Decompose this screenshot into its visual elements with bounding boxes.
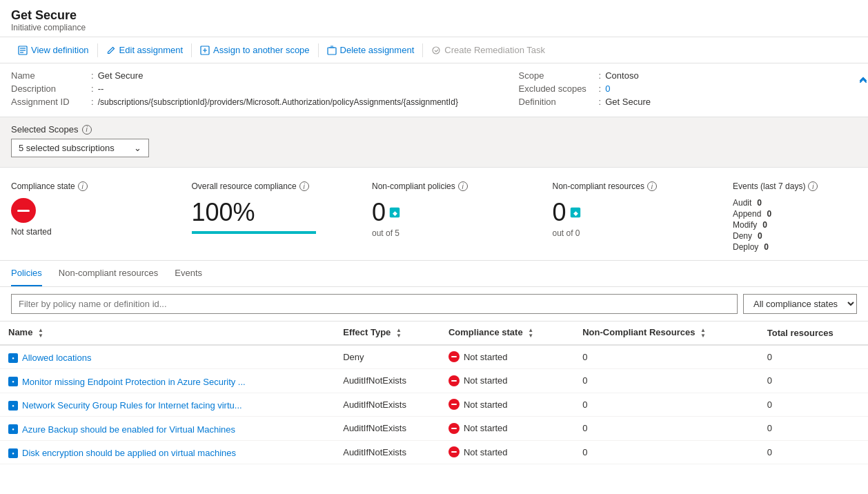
non-compliant-resources-cell: 0 xyxy=(574,417,759,441)
total-resources-cell: 0 xyxy=(759,369,868,393)
total-resources-cell: 0 xyxy=(759,393,868,417)
delete-assignment-button[interactable]: Delete assignment xyxy=(320,41,422,59)
total-resources-cell: 0 xyxy=(759,440,868,464)
policy-icon xyxy=(8,353,18,363)
non-compliant-policies-out-of: out of 5 xyxy=(372,228,539,238)
sort-icon-name[interactable]: ▲▼ xyxy=(38,328,43,339)
compliance-state-filter[interactable]: All compliance states xyxy=(743,294,857,314)
meta-section: Name : Get Secure Description : -- Assig… xyxy=(0,63,868,117)
table-row: Network Security Group Rules for Interne… xyxy=(0,393,868,417)
svg-rect-5 xyxy=(328,48,336,55)
edit-icon xyxy=(106,46,116,55)
meta-excluded-scopes-value[interactable]: 0 xyxy=(605,83,610,94)
policy-name-cell[interactable]: Network Security Group Rules for Interne… xyxy=(0,393,335,417)
events-row: Append0 xyxy=(733,209,857,219)
events-row-value: 0 xyxy=(764,242,769,252)
table-row: Monitor missing Endpoint Protection in A… xyxy=(0,369,868,393)
filter-section: All compliance states xyxy=(0,287,868,322)
meta-definition-row: Definition : Get Secure xyxy=(519,97,857,107)
not-started-small-icon xyxy=(448,423,460,434)
page-title: Get Secure xyxy=(11,8,857,23)
edit-assignment-button[interactable]: Edit assignment xyxy=(99,41,190,59)
compliance-state-cell: Not started xyxy=(440,417,574,441)
col-header-name[interactable]: Name ▲▼ xyxy=(0,322,335,345)
scope-section-label: Selected Scopes xyxy=(11,124,79,135)
meta-name-label: Name xyxy=(11,70,87,81)
meta-description-value: -- xyxy=(98,83,104,94)
policy-name-cell[interactable]: Azure Backup should be enabled for Virtu… xyxy=(0,417,335,441)
compliance-state-info-icon[interactable]: i xyxy=(78,181,88,191)
sort-icon-compliance-state[interactable]: ▲▼ xyxy=(528,328,533,339)
scope-dropdown[interactable]: 5 selected subscriptions ⌄ xyxy=(11,139,149,157)
policy-name-cell[interactable]: Monitor missing Endpoint Protection in A… xyxy=(0,369,335,393)
non-compliant-resources-info-icon[interactable]: i xyxy=(647,181,657,191)
compliance-state-value: Not started xyxy=(11,227,178,237)
not-started-small-icon xyxy=(448,399,460,410)
collapse-button[interactable] xyxy=(857,73,868,86)
sort-icon-non-compliant-resources[interactable]: ▲▼ xyxy=(700,328,706,339)
meta-definition-label: Definition xyxy=(519,97,595,107)
toolbar-separator xyxy=(97,43,98,57)
non-compliant-policies-block: Non-compliant policies i 0 ◆ out of 5 xyxy=(372,181,553,253)
table-row: Disk encryption should be applied on vir… xyxy=(0,440,868,464)
policy-icon xyxy=(8,377,18,386)
events-row-value: 0 xyxy=(762,220,767,230)
not-started-icon xyxy=(11,198,36,223)
non-compliant-policies-info-icon[interactable]: i xyxy=(458,181,468,191)
not-started-small-icon xyxy=(448,351,460,362)
col-header-compliance-state[interactable]: Compliance state ▲▼ xyxy=(440,322,574,345)
meta-description-row: Description : -- xyxy=(11,83,519,94)
non-compliant-resources-cell: 0 xyxy=(574,345,759,369)
policies-table: Name ▲▼Effect Type ▲▼Compliance state ▲▼… xyxy=(0,322,868,464)
events-row-value: 0 xyxy=(758,231,762,241)
policy-icon xyxy=(8,424,18,434)
tab-policies[interactable]: Policies xyxy=(11,261,42,286)
compliance-state-cell: Not started xyxy=(440,345,574,369)
scope-info-icon[interactable]: i xyxy=(82,125,92,135)
scope-dropdown-value: 5 selected subscriptions xyxy=(19,143,115,153)
meta-scope-value: Contoso xyxy=(605,70,638,81)
view-definition-icon xyxy=(18,46,28,55)
meta-left: Name : Get Secure Description : -- Assig… xyxy=(11,70,519,110)
events-row-label: Append xyxy=(733,209,761,219)
events-row-value: 0 xyxy=(767,209,771,219)
col-header-total-resources: Total resources xyxy=(759,322,868,345)
stats-section: Compliance state i Not started Overall r… xyxy=(0,168,868,261)
meta-right: Scope : Contoso Excluded scopes : 0 Defi… xyxy=(519,70,857,110)
tab-events[interactable]: Events xyxy=(175,261,202,286)
not-started-small-icon xyxy=(448,446,460,457)
events-info-icon[interactable]: i xyxy=(808,181,818,191)
non-compliant-resources-title: Non-compliant resources xyxy=(553,181,644,191)
tab-non-compliant-resources[interactable]: Non-compliant resources xyxy=(59,261,159,286)
non-compliant-resources-cell: 0 xyxy=(574,440,759,464)
meta-excluded-scopes-row: Excluded scopes : 0 xyxy=(519,83,857,94)
sort-icon-effect-type[interactable]: ▲▼ xyxy=(396,328,402,339)
overall-resource-info-icon[interactable]: i xyxy=(299,181,309,191)
policy-icon xyxy=(8,401,18,411)
svg-text:◆: ◆ xyxy=(573,210,578,217)
table-header: Name ▲▼Effect Type ▲▼Compliance state ▲▼… xyxy=(0,322,868,345)
resource-cube-icon: ◆ xyxy=(569,206,582,219)
non-compliant-resources-cell: 0 xyxy=(574,369,759,393)
svg-point-6 xyxy=(433,47,440,54)
view-definition-button[interactable]: View definition xyxy=(11,41,96,59)
page-subtitle: Initiative compliance xyxy=(11,23,857,32)
header: Get Secure Initiative compliance xyxy=(0,0,868,37)
meta-assignment-id-label: Assignment ID xyxy=(11,97,87,107)
scope-section: Selected Scopes i 5 selected subscriptio… xyxy=(0,117,868,168)
col-header-effect-type[interactable]: Effect Type ▲▼ xyxy=(335,322,440,345)
toolbar-separator-4 xyxy=(422,43,423,57)
policy-filter-input[interactable] xyxy=(11,294,738,314)
compliance-state-cell: Not started xyxy=(440,369,574,393)
assign-to-scope-button[interactable]: Assign to another scope xyxy=(193,41,316,59)
policy-icon xyxy=(8,448,18,458)
remediation-icon xyxy=(431,46,441,55)
policy-name-cell[interactable]: Disk encryption should be applied on vir… xyxy=(0,440,335,464)
compliance-state-cell: Not started xyxy=(440,393,574,417)
policy-name-cell[interactable]: Allowed locations xyxy=(0,345,335,369)
col-header-non-compliant-resources[interactable]: Non-Compliant Resources ▲▼ xyxy=(574,322,759,345)
meta-name-row: Name : Get Secure xyxy=(11,70,519,81)
events-row: Audit0 xyxy=(733,198,857,208)
create-remediation-button[interactable]: Create Remediation Task xyxy=(424,41,552,59)
effect-type-cell: AuditIfNotExists xyxy=(335,369,440,393)
